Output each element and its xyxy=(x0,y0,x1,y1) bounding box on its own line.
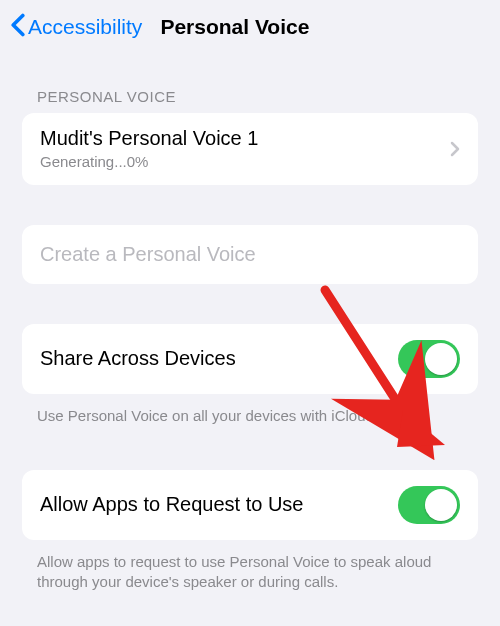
allow-apps-label: Allow Apps to Request to Use xyxy=(40,493,398,516)
allow-footer-text: Allow apps to request to use Personal Vo… xyxy=(0,540,500,593)
section-header-personal-voice: PERSONAL VOICE xyxy=(0,52,500,113)
chevron-left-icon xyxy=(10,13,28,42)
share-across-devices-row: Share Across Devices xyxy=(22,324,478,394)
personal-voice-row[interactable]: Mudit's Personal Voice 1 Generating...0% xyxy=(22,113,478,185)
toggle-knob xyxy=(425,489,457,521)
voice-status: Generating...0% xyxy=(40,152,450,172)
create-voice-button[interactable]: Create a Personal Voice xyxy=(22,225,478,284)
allow-apps-row: Allow Apps to Request to Use xyxy=(22,470,478,540)
share-across-devices-label: Share Across Devices xyxy=(40,347,398,370)
allow-apps-toggle[interactable] xyxy=(398,486,460,524)
voice-name: Mudit's Personal Voice 1 xyxy=(40,126,450,151)
personal-voice-content: Mudit's Personal Voice 1 Generating...0% xyxy=(40,126,450,172)
share-across-devices-card: Share Across Devices xyxy=(22,324,478,394)
back-label: Accessibility xyxy=(28,15,142,39)
share-footer-text: Use Personal Voice on all your devices w… xyxy=(0,394,500,426)
toggle-knob xyxy=(425,343,457,375)
share-across-devices-toggle[interactable] xyxy=(398,340,460,378)
navigation-bar: Accessibility Personal Voice xyxy=(0,0,500,52)
personal-voice-card: Mudit's Personal Voice 1 Generating...0% xyxy=(22,113,478,185)
page-title: Personal Voice xyxy=(160,15,309,39)
create-voice-card: Create a Personal Voice xyxy=(22,225,478,284)
allow-apps-card: Allow Apps to Request to Use xyxy=(22,470,478,540)
chevron-right-icon xyxy=(450,141,460,157)
back-button[interactable]: Accessibility xyxy=(10,13,142,42)
